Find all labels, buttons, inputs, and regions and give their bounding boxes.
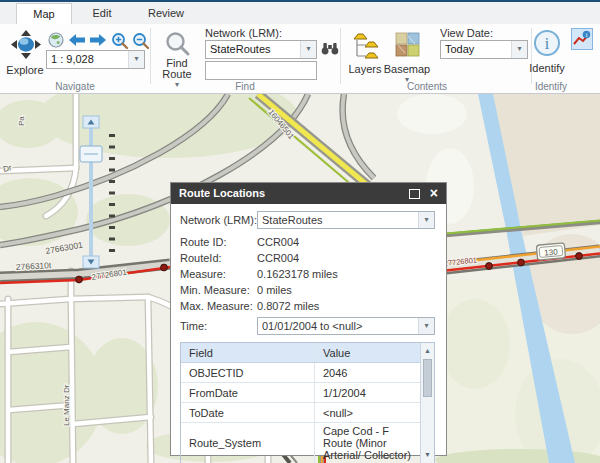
binoculars-icon: [321, 41, 339, 56]
field-value: CCR004: [257, 234, 299, 250]
find-route-button[interactable]: [162, 31, 192, 60]
tab-review[interactable]: Review: [134, 3, 198, 24]
cell-field: OBJECTID: [181, 363, 315, 383]
layers-icon: [353, 32, 379, 60]
cell-field: ToDate: [181, 403, 315, 423]
full-extent-button[interactable]: [48, 32, 64, 50]
field-label: Route ID:: [180, 234, 257, 250]
table-scrollbar[interactable]: ▲ ▼: [420, 343, 434, 463]
explore-button[interactable]: [8, 29, 44, 63]
field-label: Max. Measure:: [180, 298, 257, 314]
find-route-label-line2: Route: [157, 68, 197, 80]
field-label: RouteId:: [180, 250, 257, 266]
route-input[interactable]: [205, 61, 317, 80]
field-row-measure: Measure: 0.1623178 miles: [180, 266, 435, 282]
map-scale-combo[interactable]: 1 : 9,028 ▾: [46, 50, 145, 69]
network-value: StateRoutes: [262, 212, 417, 228]
network-lrm-value: StateRoutes: [210, 41, 300, 58]
chevron-down-icon[interactable]: ▾: [300, 41, 316, 58]
maximize-icon[interactable]: [409, 189, 420, 199]
attribute-table: Field Value OBJECTID 2046 FromDate 1/1/2…: [181, 343, 420, 463]
map-label-road-2: 2766310t: [16, 260, 53, 272]
time-label: Time:: [180, 320, 257, 332]
route-locations-dialog: Route Locations × Network (LRM): StateRo…: [170, 182, 447, 456]
group-separator: [340, 28, 341, 84]
ribbon: Explore: [0, 24, 600, 94]
ribbon-tab-bar: Map Edit Review: [0, 0, 600, 24]
dialog-body: Network (LRM): StateRoutes ▾ Route ID: C…: [171, 204, 446, 463]
cell-field: Route_System: [181, 423, 315, 463]
table-row[interactable]: FromDate 1/1/2004: [181, 383, 420, 403]
zoom-out-button[interactable]: [132, 32, 150, 52]
field-value: 0 miles: [257, 282, 292, 298]
route-vertex: [76, 276, 83, 283]
basemap-button-label: Basemap: [382, 63, 432, 75]
chevron-down-icon[interactable]: ▾: [511, 41, 527, 58]
route-vertex: [518, 259, 525, 266]
svg-text:i: i: [545, 35, 550, 52]
column-header-value: Value: [315, 343, 421, 363]
group-label-navigate: Navigate: [25, 81, 125, 93]
chevron-down-icon[interactable]: ▾: [128, 51, 144, 68]
field-label: Measure:: [180, 266, 257, 282]
group-separator: [150, 28, 151, 84]
zoom-out-icon: [132, 32, 150, 50]
chevron-down-icon[interactable]: ▾: [418, 212, 434, 228]
route-vertex: [161, 264, 168, 271]
route-vertex: [486, 263, 493, 270]
column-header-field: Field: [181, 343, 315, 363]
field-value: CCR004: [257, 250, 299, 266]
route-shield-130: 130: [536, 243, 565, 260]
attribute-table-wrap: Field Value OBJECTID 2046 FromDate 1/1/2…: [180, 342, 435, 463]
network-label: Network (LRM):: [180, 214, 257, 226]
scroll-down-icon[interactable]: ▼: [421, 449, 434, 461]
search-routes-button[interactable]: [321, 41, 339, 58]
network-combo[interactable]: StateRoutes ▾: [257, 211, 435, 229]
tab-map[interactable]: Map: [16, 3, 72, 25]
view-date-combo[interactable]: Today ▾: [440, 40, 528, 59]
network-lrm-combo[interactable]: StateRoutes ▾: [205, 40, 317, 59]
table-row[interactable]: Route_System Cape Cod - F Route (Minor A…: [181, 423, 420, 463]
chevron-down-icon[interactable]: ▾: [418, 318, 434, 334]
time-combo[interactable]: 01/01/2004 to <null> ▾: [257, 317, 435, 335]
app-window: Map Edit Review Explore: [0, 0, 600, 463]
zoom-in-icon: [111, 32, 129, 50]
scrollbar-thumb[interactable]: [423, 359, 432, 397]
tab-edit[interactable]: Edit: [76, 3, 128, 24]
scroll-up-icon[interactable]: ▲: [421, 345, 434, 357]
time-row: Time: 01/01/2004 to <null> ▾: [180, 316, 435, 335]
time-value: 01/01/2004 to <null>: [262, 318, 417, 334]
identify-button[interactable]: i: [533, 29, 561, 59]
map-label-street-pa: Pa: [17, 116, 26, 126]
table-header-row: Field Value: [181, 343, 420, 363]
identify-route-locations-tool[interactable]: i: [571, 28, 593, 50]
previous-extent-button[interactable]: [68, 33, 86, 49]
field-row-min-measure: Min. Measure: 0 miles: [180, 282, 435, 298]
network-lrm-label: Network (LRM):: [205, 27, 282, 39]
explore-icon: [9, 29, 43, 61]
chevron-down-icon[interactable]: ▾: [157, 80, 197, 89]
back-arrow-icon: [68, 33, 86, 47]
table-row[interactable]: ToDate <null>: [181, 403, 420, 423]
cell-value: 1/1/2004: [315, 383, 421, 403]
cell-field: FromDate: [181, 383, 315, 403]
basemap-button[interactable]: [394, 32, 420, 59]
cell-value: <null>: [315, 403, 421, 423]
route-vertex: [576, 253, 583, 260]
field-row-max-measure: Max. Measure: 0.8072 miles: [180, 298, 435, 314]
group-label-identify: Identify: [501, 81, 600, 93]
layers-button[interactable]: [352, 32, 380, 62]
next-extent-button[interactable]: [89, 33, 107, 49]
field-row-routeid: RouteId: CCR004: [180, 250, 435, 266]
field-label: Min. Measure:: [180, 282, 257, 298]
group-label-contents: Contents: [377, 81, 477, 93]
group-separator: [531, 28, 532, 84]
view-date-value: Today: [445, 41, 511, 58]
group-label-find: Find: [195, 81, 295, 93]
close-icon[interactable]: ×: [430, 183, 438, 204]
globe-icon: [48, 32, 64, 48]
zoom-in-button[interactable]: [111, 32, 129, 52]
dialog-title-bar[interactable]: Route Locations ×: [171, 183, 446, 204]
table-row[interactable]: OBJECTID 2046: [181, 363, 420, 383]
field-row-route-id: Route ID: CCR004: [180, 234, 435, 250]
